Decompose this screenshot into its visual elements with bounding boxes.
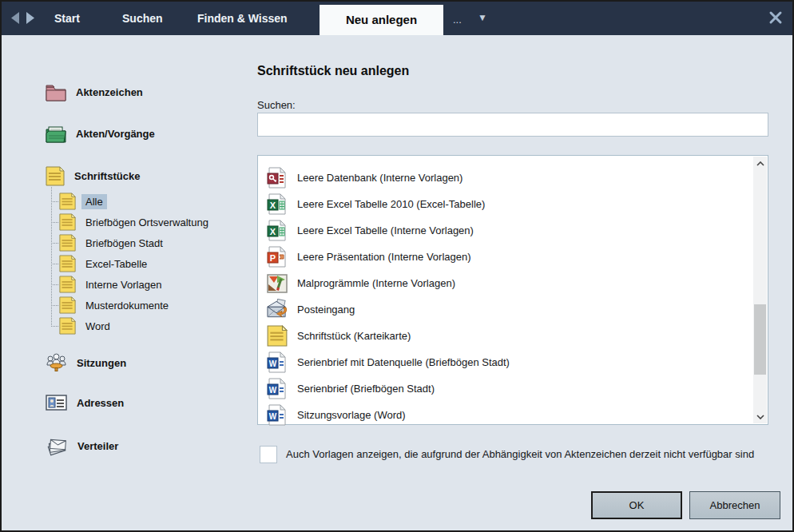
list-item-serienbrief[interactable]: W Serienbrief (Briefbögen Stadt) [258, 375, 768, 402]
svg-text:X: X [269, 200, 276, 210]
list-item-malprogaemmle[interactable]: Malprogrämmle (Interne Vorlagen) [258, 270, 768, 296]
list-item-label: Leere Datenbank (Interne Vorlagen) [297, 172, 463, 184]
word-file-icon: W [266, 404, 288, 426]
tree-item-briefboegen-stadt[interactable]: Briefbögen Stadt [59, 233, 167, 252]
back-arrow-icon[interactable] [10, 11, 22, 25]
sidebar-item-verteiler[interactable]: Verteiler [46, 436, 118, 456]
scrollbar[interactable] [753, 157, 767, 423]
list-item-label: Serienbrief (Briefbögen Stadt) [297, 383, 435, 395]
list-item-leere-excel-2010[interactable]: X Leere Excel Tabelle 2010 (Excel-Tabell… [258, 191, 768, 217]
yellow-document-icon [266, 325, 288, 347]
green-folder-icon [46, 125, 66, 143]
list-item-label: Malprogrämmle (Interne Vorlagen) [297, 277, 455, 289]
tree-connector-line [51, 326, 58, 328]
tree-item-excel-tabelle[interactable]: Excel-Tabelle [59, 254, 151, 273]
envelopes-icon [46, 436, 68, 456]
list-item-leere-praesentation[interactable]: P Leere Präsentation (Interne Vorlagen) [258, 244, 768, 270]
tree-item-label: Interne Vorlagen [81, 277, 165, 292]
sidebar-item-sitzungen[interactable]: Sitzungen [46, 353, 126, 372]
svg-text:W: W [268, 412, 276, 421]
list-item-label: Sitzungsvorlage (Word) [297, 409, 406, 421]
people-meeting-icon [46, 353, 67, 372]
tree-item-label: Musterdokumente [81, 298, 173, 313]
tab-overflow-button[interactable]: ... [453, 14, 462, 26]
tab-neu-anlegen[interactable]: Neu anlegen [320, 5, 443, 35]
list-item-label: Serienbrief mit Datenquelle (Briefbögen … [297, 356, 510, 368]
tree-item-label: Word [81, 319, 114, 334]
tree-item-label: Alle [81, 194, 107, 209]
sidebar-item-label: Verteiler [77, 440, 118, 452]
yellow-document-icon [59, 234, 76, 252]
ok-button[interactable]: OK [591, 491, 682, 519]
show-unavailable-templates-checkbox[interactable] [260, 446, 277, 463]
list-item-posteingang[interactable]: Posteingang [258, 296, 768, 323]
tab-suchen[interactable]: Suchen [122, 2, 163, 35]
tree-item-alle[interactable]: Alle [59, 192, 107, 211]
tree-item-musterdokumente[interactable]: Musterdokumente [59, 296, 173, 315]
template-list: Leere Datenbank (Interne Vorlagen) X Lee… [257, 155, 768, 425]
tree-item-label: Briefbögen Stadt [81, 236, 167, 251]
yellow-document-icon [46, 166, 65, 186]
list-item-label: Schriftstück (Karteikarte) [297, 330, 411, 342]
tree-item-word[interactable]: Word [59, 316, 114, 335]
yellow-document-icon [59, 213, 76, 231]
sidebar-item-label: Sitzungen [77, 357, 126, 369]
search-input[interactable] [257, 113, 768, 137]
address-card-icon [46, 395, 67, 411]
powerpoint-file-icon: P [266, 246, 288, 268]
list-item-leere-datenbank[interactable]: Leere Datenbank (Interne Vorlagen) [258, 165, 768, 191]
tree-connector-line [51, 243, 58, 244]
svg-text:X: X [269, 227, 276, 236]
scrollbar-thumb[interactable] [754, 304, 766, 375]
word-file-icon: W [266, 351, 288, 373]
cancel-button[interactable]: Abbrechen [689, 491, 780, 519]
excel-file-icon: X [266, 193, 288, 215]
svg-text:W: W [268, 359, 276, 368]
mail-inbox-icon [266, 299, 288, 320]
tree-item-label: Briefbögen Ortsverwaltung [81, 215, 212, 230]
sidebar-item-akten-vorgaenge[interactable]: Akten/Vorgänge [46, 125, 155, 143]
access-file-icon [266, 167, 288, 189]
tree-connector-line [51, 284, 58, 286]
list-item-serienbrief-mit-datenquelle[interactable]: W Serienbrief mit Datenquelle (Briefböge… [258, 349, 768, 375]
sidebar-item-label: Aktenzeichen [76, 86, 143, 98]
scroll-down-icon[interactable] [753, 410, 767, 423]
tree-item-interne-vorlagen[interactable]: Interne Vorlagen [59, 275, 165, 294]
list-item-label: Posteingang [297, 304, 355, 316]
list-item-sitzungsvorlage[interactable]: W Sitzungsvorlage (Word) [258, 402, 768, 428]
tab-finden-wissen[interactable]: Finden & Wissen [197, 2, 288, 35]
yellow-document-icon [59, 296, 76, 314]
yellow-document-icon [59, 193, 76, 210]
list-item-leere-excel[interactable]: X Leere Excel Tabelle (Interne Vorlagen) [258, 217, 768, 244]
yellow-document-icon [59, 276, 76, 293]
sidebar-item-aktenzeichen[interactable]: Aktenzeichen [46, 83, 143, 101]
application-window: Start Suchen Finden & Wissen Neu anlegen… [0, 0, 794, 532]
sidebar-item-adressen[interactable]: Adressen [46, 395, 124, 411]
pink-folder-icon [46, 83, 66, 101]
word-file-icon: W [266, 378, 288, 399]
forward-arrow-icon[interactable] [24, 11, 36, 25]
sidebar-item-label: Schriftstücke [74, 170, 140, 182]
excel-file-icon: X [266, 220, 288, 241]
list-item-label: Leere Präsentation (Interne Vorlagen) [297, 251, 471, 263]
scroll-up-icon[interactable] [753, 157, 767, 170]
list-item-schriftstueck-karteikarte[interactable]: Schriftstück (Karteikarte) [258, 323, 768, 349]
list-item-label: Leere Excel Tabelle 2010 (Excel-Tabelle) [297, 198, 485, 210]
search-label: Suchen: [257, 99, 296, 111]
tree-connector-line [51, 305, 58, 307]
svg-text:P: P [269, 253, 275, 263]
chevron-down-icon[interactable]: ▼ [478, 12, 487, 23]
tree-connector-line [51, 222, 58, 224]
tab-start[interactable]: Start [54, 2, 80, 35]
nav-arrows [10, 11, 36, 25]
checkbox-label: Auch Vorlagen anzeigen, die aufgrund der… [286, 446, 754, 463]
sidebar-item-label: Adressen [77, 397, 124, 409]
tree-item-briefboegen-ortsverwaltung[interactable]: Briefbögen Ortsverwaltung [59, 212, 212, 232]
yellow-document-icon [59, 317, 76, 335]
svg-text:W: W [268, 386, 276, 395]
sidebar-item-schriftstuecke[interactable]: Schriftstücke [46, 166, 140, 186]
close-icon[interactable] [768, 10, 783, 25]
tab-bar: Start Suchen Finden & Wissen Neu anlegen… [2, 2, 792, 35]
yellow-document-icon [59, 255, 76, 272]
paint-file-icon [266, 272, 288, 294]
